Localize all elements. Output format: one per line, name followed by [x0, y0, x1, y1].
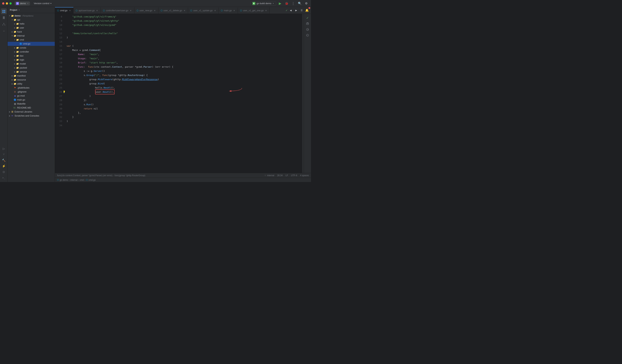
indent-status[interactable]: 4 spaces — [300, 174, 309, 177]
tree-item-utility[interactable]: ▶ 📁 utility — [8, 82, 55, 86]
sidebar-structure-button[interactable] — [1, 21, 7, 27]
tree-item-gitattributes[interactable]: ⚑ .gitattributes — [8, 86, 55, 90]
more-actions-button[interactable]: ⋮ — [291, 1, 296, 6]
tab-user-v1-get-one-go[interactable]: ⬡ user_v1_get_one.go ✕ — [238, 7, 270, 14]
expand-arrow-icon: ▶ — [14, 22, 16, 25]
breadcrumb-internal-label[interactable]: internal — [70, 179, 78, 181]
project-label: Project — [10, 9, 17, 11]
git-branch-status[interactable]: ⑂ internal — [265, 174, 274, 177]
debug-button[interactable]: 🐞 — [284, 1, 289, 6]
ai-code-button[interactable]: ✦ — [305, 33, 310, 38]
tab-close-button[interactable]: ✕ — [130, 9, 132, 12]
tree-item-cmd-folder[interactable]: ▼ 📁 cmd — [8, 38, 55, 42]
tab-close-button[interactable]: ✕ — [214, 9, 216, 12]
version-control-button[interactable]: Version control ▼ — [32, 1, 53, 5]
tab-main-go[interactable]: ⬡ main.go ✕ — [219, 7, 238, 14]
expand-arrow-icon: ▶ — [14, 47, 16, 49]
expand-arrow-icon: ▶ — [11, 31, 14, 33]
tab-cmd-go[interactable]: ⬡ cmd.go ✕ — [55, 7, 74, 14]
tab-user-v1-delete-go[interactable]: ⬡ user_v1_delete.go ✕ — [158, 7, 188, 14]
tree-item-user-api[interactable]: ▶ 📁 user — [8, 26, 55, 30]
tab-label: controller/user/user.go — [106, 9, 128, 12]
ai-assistant-button[interactable]: AI — [305, 27, 310, 32]
git-tool-button[interactable]: ⑂ — [1, 152, 7, 157]
titlebar: d demo ▼ Version control ▼ go build demo… — [0, 0, 311, 7]
code-content[interactable]: "github.com/gogf/gf/v2/frame/g" "github.… — [64, 14, 302, 173]
settings-button[interactable]: ⚙ — [304, 1, 309, 6]
tree-item-model[interactable]: ▶ 📁 model — [8, 62, 55, 66]
code-editor[interactable]: 8 9 10 11 12 13 14 15 16 17 18 19 20 21 … — [55, 14, 311, 173]
line-endings-status[interactable]: LF — [286, 174, 288, 177]
tab-list-button[interactable]: ☰ — [299, 8, 304, 13]
tree-item-external-libraries[interactable]: ▶ 🏛 External Libraries — [8, 110, 55, 114]
tree-item-manifest[interactable]: ▶ 📁 manifest — [8, 74, 55, 78]
tab-close-button[interactable]: ✕ — [154, 9, 156, 12]
cursor-position-status[interactable]: 26:34 — [277, 174, 283, 177]
tree-item-logic[interactable]: ▶ 📁 logic — [8, 58, 55, 62]
tab-overflow-button[interactable]: ◀ — [288, 8, 293, 13]
notification-icon[interactable]: 🔔 — [304, 8, 310, 13]
go-file-icon: 🔵 — [14, 98, 16, 101]
tree-item-api[interactable]: ▼ 📁 api — [8, 18, 55, 22]
tree-item-go-mod[interactable]: ◈ go.mod — [8, 94, 55, 98]
go-file-icon: ⬡ — [190, 9, 192, 12]
terminal-button[interactable]: >_ — [1, 175, 7, 181]
bulb-icon[interactable]: 💡 — [64, 91, 65, 94]
tree-item-readme[interactable]: M↓ README.MD — [8, 106, 55, 110]
tree-item-demo[interactable]: ▼ 📁 demo ~/Temp/demo — [8, 14, 55, 18]
editor-scrollbar[interactable] — [302, 14, 304, 173]
problems-button[interactable]: ⊙ — [1, 169, 7, 175]
tree-item-hello[interactable]: ▶ 📁 hello — [8, 22, 55, 26]
run-button[interactable]: ▶ — [277, 1, 283, 6]
tab-user-v1-update-go[interactable]: ⬡ user_v1_update.go ✕ — [188, 7, 219, 14]
maximize-button[interactable] — [9, 2, 12, 4]
code-line-27: ) — [64, 94, 302, 98]
search-everywhere-button[interactable]: 🔍 — [297, 1, 302, 6]
tab-close-button[interactable]: ✕ — [233, 9, 235, 12]
breadcrumb-cmdgo-label[interactable]: cmd.go — [89, 179, 96, 181]
svg-text:AI: AI — [307, 29, 309, 31]
run-config-selector[interactable]: go build demo ▼ — [251, 1, 276, 6]
code-line-18: Usage: "main", — [64, 56, 302, 60]
tree-item-consts[interactable]: ▶ 📁 consts — [8, 46, 55, 50]
close-button[interactable] — [2, 2, 4, 4]
folder-icon: 📁 — [16, 58, 19, 61]
tree-item-cmd-go[interactable]: 🔵 cmd.go — [8, 42, 55, 46]
git-branch-label: internal — [267, 174, 274, 177]
tree-item-main-go[interactable]: 🔵 main.go — [8, 98, 55, 102]
debug-console-button[interactable]: ⚡ — [1, 163, 7, 169]
database-icon-button[interactable] — [305, 21, 310, 26]
folder-icon: 📁 — [14, 82, 16, 85]
project-selector[interactable]: d demo ▼ — [15, 1, 30, 5]
tree-item-resource[interactable]: ▶ 📁 resource — [8, 78, 55, 82]
tab-close-button[interactable]: ✕ — [183, 9, 186, 12]
tree-item-hack[interactable]: ▶ 📁 hack — [8, 30, 55, 34]
tab-api-user-go[interactable]: ⬡ api/user/user.go ✕ — [74, 7, 101, 14]
tab-overflow-next-button[interactable]: ▶ — [293, 8, 299, 13]
code-line-30: return nil — [64, 107, 302, 111]
tree-item-internal[interactable]: ▼ 📁 internal — [8, 34, 55, 38]
tab-close-button[interactable]: ✕ — [69, 9, 71, 12]
minimize-button[interactable] — [6, 2, 8, 4]
encoding-status[interactable]: UTF-8 — [291, 174, 297, 177]
tab-close-button[interactable]: ✕ — [96, 9, 98, 12]
tree-item-gitignore[interactable]: ⊙ .gitignore — [8, 90, 55, 94]
breadcrumb-cmd-label[interactable]: cmd — [80, 179, 84, 181]
save-checkmark-button[interactable]: ✓ — [305, 15, 310, 20]
sidebar-project-button[interactable] — [1, 8, 7, 14]
sidebar-bookmark-button[interactable] — [1, 15, 7, 21]
build-tool-button[interactable]: 🔨 — [1, 157, 7, 163]
breadcrumb-go-demo-label[interactable]: go demo — [60, 179, 68, 181]
tree-item-scratches-consoles[interactable]: ▶ ✏ Scratches and Consoles — [8, 114, 55, 118]
tab-user-new-go[interactable]: ⬡ user_new.go ✕ — [135, 7, 158, 14]
tree-item-dao[interactable]: ▶ 📁 dao — [8, 54, 55, 58]
tab-close-button[interactable]: ✕ — [265, 9, 267, 12]
svg-point-6 — [2, 25, 3, 25]
run-tool-button[interactable]: ▷ — [1, 146, 7, 152]
tree-item-service[interactable]: ▶ 📁 service — [8, 70, 55, 74]
tree-item-controller[interactable]: ▶ 📁 controller — [8, 50, 55, 54]
sidebar-more-button[interactable]: ··· — [1, 28, 7, 34]
tree-item-packed[interactable]: ▶ 📁 packed — [8, 66, 55, 70]
tree-item-makefile[interactable]: ▤ Makefile — [8, 102, 55, 106]
tab-controller-user-go[interactable]: ⬡ controller/user/user.go ✕ — [101, 7, 135, 14]
